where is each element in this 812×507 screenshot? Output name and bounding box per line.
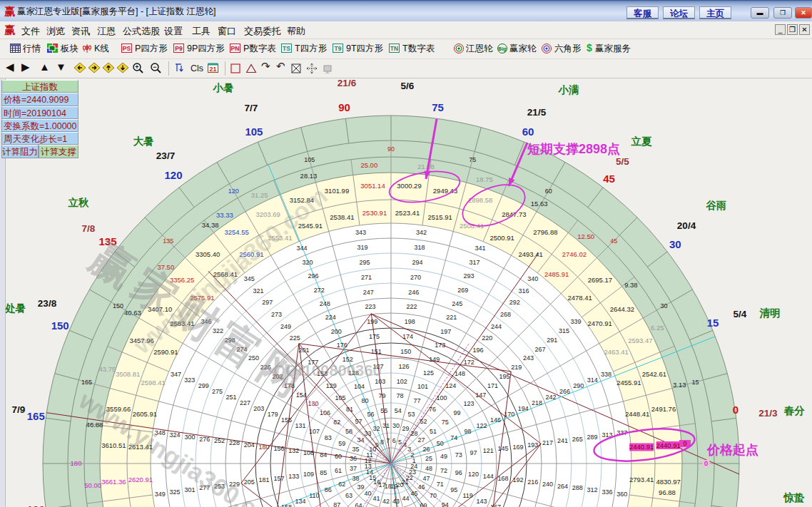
svg-text:201: 201 [298,347,309,354]
svg-text:223: 223 [365,303,376,310]
svg-text:62: 62 [338,481,345,488]
svg-text:193: 193 [527,441,538,449]
svg-text:15: 15 [691,379,699,386]
svg-text:21/3: 21/3 [758,408,778,419]
svg-text:3508.81: 3508.81 [116,370,140,378]
svg-text:57: 57 [355,418,362,425]
svg-text:69: 69 [420,502,427,507]
svg-text:267: 267 [534,346,545,353]
svg-text:180: 180 [27,503,45,507]
svg-text:81: 81 [346,406,353,413]
svg-text:2746.02: 2746.02 [562,250,587,258]
svg-text:99: 99 [453,409,460,416]
svg-text:340: 340 [527,275,538,282]
svg-text:76: 76 [429,406,436,413]
svg-text:15.63: 15.63 [531,200,548,208]
svg-text:157: 157 [273,475,284,482]
svg-text:7/9: 7/9 [12,404,26,415]
svg-text:204: 204 [244,441,255,449]
svg-text:96.88: 96.88 [659,488,676,496]
svg-text:96: 96 [455,469,462,476]
svg-text:155: 155 [281,416,292,424]
svg-text:171: 171 [487,382,498,389]
svg-text:150: 150 [113,302,123,309]
svg-text:249: 249 [280,323,291,330]
svg-text:345: 345 [244,275,255,282]
svg-text:203: 203 [253,405,264,412]
svg-text:2620.91: 2620.91 [128,476,153,483]
svg-text:271: 271 [361,274,372,281]
svg-text:216: 216 [527,478,538,486]
svg-text:272: 272 [314,287,325,294]
svg-text:小暑: 小暑 [213,82,234,93]
svg-text:42: 42 [382,498,390,505]
svg-text:立秋: 立秋 [68,197,90,208]
svg-text:23/8: 23/8 [38,298,57,309]
svg-text:30: 30 [392,422,400,429]
svg-text:110: 110 [309,492,319,499]
svg-text:90: 90 [387,145,395,153]
svg-text:28: 28 [411,430,418,437]
svg-text:2695.17: 2695.17 [588,276,612,284]
svg-text:7: 7 [386,437,390,444]
svg-text:172: 172 [464,359,474,366]
svg-text:165: 165 [27,410,45,422]
svg-text:349: 349 [155,491,166,498]
svg-text:大暑: 大暑 [133,135,154,147]
svg-text:30: 30 [669,238,681,250]
svg-text:2793.41: 2793.41 [629,476,654,483]
svg-text:短期支撑2898点: 短期支撑2898点 [527,142,620,156]
svg-text:3051.14: 3051.14 [360,182,385,190]
svg-text:39: 39 [357,483,365,491]
svg-text:43.75: 43.75 [99,365,116,373]
svg-text:244: 244 [491,323,502,330]
svg-text:173: 173 [435,342,445,349]
svg-text:90: 90 [338,101,350,113]
svg-text:87: 87 [333,501,340,507]
svg-text:290: 290 [573,382,584,389]
svg-text:2538.41: 2538.41 [330,213,354,221]
svg-text:2493.41: 2493.41 [518,250,542,258]
svg-text:275: 275 [212,388,223,395]
svg-text:4830.97: 4830.97 [656,478,681,486]
svg-text:52: 52 [420,418,427,425]
svg-text:40.63: 40.63 [124,309,141,317]
svg-text:338: 338 [601,371,611,378]
svg-text:315: 315 [559,327,569,334]
svg-text:2478.41: 2478.41 [567,294,592,302]
svg-text:192: 192 [512,476,523,483]
svg-text:25.00: 25.00 [360,161,377,169]
svg-text:248: 248 [320,300,330,307]
svg-text:131: 131 [295,422,305,429]
svg-text:228: 228 [229,439,240,446]
svg-text:158: 158 [281,503,292,507]
svg-text:2644.32: 2644.32 [610,305,634,313]
svg-text:2796.88: 2796.88 [533,228,557,236]
svg-text:46: 46 [417,483,425,491]
svg-text:336: 336 [602,488,612,496]
svg-text:6.25: 6.25 [651,324,664,332]
svg-text:2598.41: 2598.41 [141,379,166,386]
svg-text:41: 41 [372,495,380,502]
svg-text:323: 323 [184,377,195,384]
svg-text:197: 197 [440,328,451,335]
svg-text:143: 143 [476,498,487,505]
svg-text:120: 120 [228,188,239,195]
svg-text:26: 26 [422,446,430,453]
svg-text:150: 150 [400,348,411,355]
svg-text:200: 200 [331,328,342,335]
svg-text:301: 301 [184,486,195,493]
svg-text:3.13: 3.13 [673,381,686,389]
svg-text:70: 70 [430,492,437,499]
svg-text:108: 108 [303,449,314,456]
svg-text:217: 217 [542,439,553,446]
svg-text:75: 75 [469,156,476,163]
svg-text:77: 77 [413,397,420,404]
svg-text:243: 243 [523,354,534,362]
svg-text:51: 51 [430,428,437,435]
svg-text:106: 106 [320,409,330,416]
svg-text:205: 205 [244,478,255,486]
svg-text:2440.91: 2440.91 [656,441,681,449]
svg-text:121: 121 [483,447,494,454]
svg-text:194: 194 [518,405,529,412]
